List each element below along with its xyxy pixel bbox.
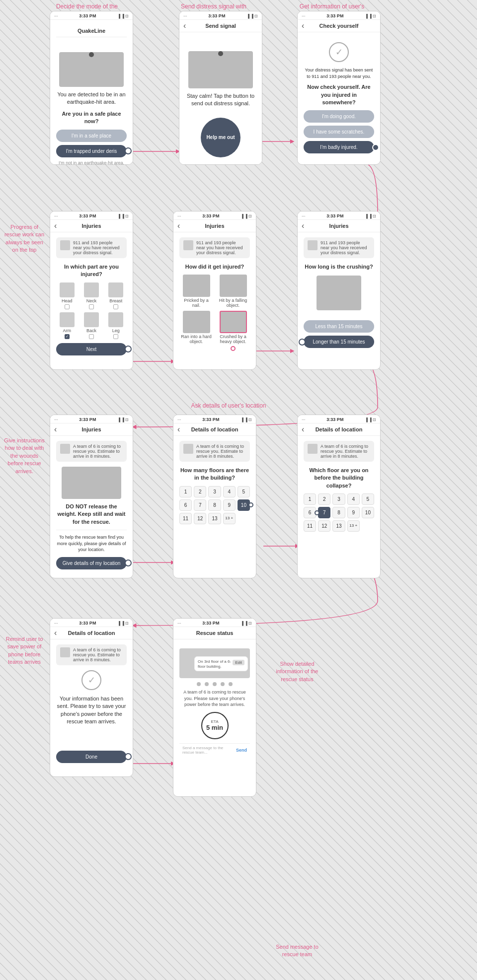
p9-num-8[interactable]: 8 xyxy=(332,507,345,518)
phone-6: ··· 3:33 PM ▐ ▐ ⊡ ‹ Injuries 911 and 193… xyxy=(297,211,381,370)
head-checkbox[interactable] xyxy=(65,304,70,309)
p10-time: 3:33 PM xyxy=(79,621,96,626)
arm-checkbox[interactable]: ✓ xyxy=(65,334,70,339)
p6-longer-btn[interactable]: Longer than 15 minutes xyxy=(304,336,374,348)
injury-hard[interactable]: Ran into a hard object. xyxy=(179,311,213,351)
p8-num-7[interactable]: 7 xyxy=(194,499,206,511)
p9-num-11[interactable]: 11 xyxy=(304,520,316,532)
injury-crushing[interactable]: Crushed by a heavy object. xyxy=(216,311,250,351)
p8-num-13plus[interactable]: 13 + xyxy=(223,513,236,524)
injury-falling[interactable]: Hit by a falling object. xyxy=(216,275,250,308)
injury-nail[interactable]: Pricked by a nail. xyxy=(179,275,213,308)
p9-back-icon[interactable]: ‹ xyxy=(302,425,304,434)
p1-note: I'm not in an earthquake-hit area. xyxy=(56,160,127,165)
p8-num-9[interactable]: 9 xyxy=(223,499,236,511)
p9-num-1[interactable]: 1 xyxy=(304,493,316,505)
p11-send-btn[interactable]: Send xyxy=(236,748,247,753)
p4-back-icon[interactable]: ‹ xyxy=(54,221,57,230)
p1-safe-btn[interactable]: I'm in a safe place xyxy=(56,130,127,142)
p11-header: ··· 3:33 PM ▐ ▐ ⊡ xyxy=(173,619,256,627)
p1-time: 3:33 PM xyxy=(79,13,96,18)
p4-part-back[interactable]: Back xyxy=(80,312,102,339)
p9-num-7[interactable]: 7 xyxy=(318,507,330,518)
p9-selected-indicator xyxy=(315,510,319,515)
p8-title: Details of location xyxy=(191,426,238,432)
p10-done-btn[interactable]: Done xyxy=(56,751,127,763)
p8-num-13[interactable]: 13 xyxy=(208,513,221,524)
p6-less-btn[interactable]: Less than 15 minutes xyxy=(304,320,374,333)
p8-num-1[interactable]: 1 xyxy=(179,486,192,497)
p3-scratches-btn[interactable]: I have some scratches. xyxy=(304,126,374,138)
p9-num-13plus[interactable]: 13 + xyxy=(347,520,360,532)
p11-edit-btn[interactable]: Edit xyxy=(233,660,244,665)
p7-body: A team of 6 is coming to rescue you. Est… xyxy=(50,436,133,577)
phone-3: ··· 3:33 PM ▐ ▐ ⊡ ‹ Check yourself ✓ You… xyxy=(297,11,381,165)
p4-next-btn[interactable]: Next xyxy=(56,343,127,355)
neck-checkbox[interactable] xyxy=(89,304,94,309)
p7-title: Injuries xyxy=(81,426,101,432)
p2-back-icon[interactable]: ‹ xyxy=(183,21,186,30)
p9-num-9[interactable]: 9 xyxy=(347,507,360,518)
p9-num-4[interactable]: 4 xyxy=(347,493,360,505)
p11-send-placeholder: Send a message to the rescue team... xyxy=(182,746,234,755)
p4-part-neck[interactable]: Neck xyxy=(80,282,102,309)
p1-btn-indicator xyxy=(125,147,132,154)
p8-num-11[interactable]: 11 xyxy=(179,513,192,524)
p9-num-5[interactable]: 5 xyxy=(362,493,374,505)
p5-body: 911 and 193 people near you have receive… xyxy=(173,232,256,360)
p8-num-6[interactable]: 6 xyxy=(179,499,192,511)
phone-4: ··· 3:33 PM ▐ ▐ ⊡ ‹ Injuries 911 and 193… xyxy=(50,211,133,370)
breast-checkbox[interactable] xyxy=(113,304,118,309)
p4-notif-icon xyxy=(60,240,70,250)
p3-title: Check yourself xyxy=(319,23,359,29)
p7-give-btn[interactable]: Give details of my location xyxy=(56,557,127,569)
p3-check-icon: ✓ xyxy=(329,42,349,62)
p9-num-10[interactable]: 10 xyxy=(362,507,374,518)
p8-num-3[interactable]: 3 xyxy=(208,486,221,497)
p9-num-2[interactable]: 2 xyxy=(318,493,330,505)
p8-notif: A team of 6 is coming to rescue you. Est… xyxy=(179,441,250,462)
falling-img xyxy=(220,275,247,297)
p8-num-2[interactable]: 2 xyxy=(194,486,206,497)
p8-back-icon[interactable]: ‹ xyxy=(177,425,180,434)
p8-num-5[interactable]: 5 xyxy=(238,486,250,497)
leg-checkbox[interactable] xyxy=(113,334,118,339)
p5-nav: ‹ Injuries xyxy=(173,220,256,232)
p4-body-grid: Head Neck Breast Arm ✓ Back xyxy=(56,282,127,339)
p7-back-icon[interactable]: ‹ xyxy=(54,425,57,434)
p8-num-10[interactable]: 10 xyxy=(238,499,250,511)
p3-back-icon[interactable]: ‹ xyxy=(302,21,304,30)
p6-time: 3:33 PM xyxy=(326,213,343,218)
phone-7: ··· 3:33 PM ▐ ▐ ⊡ ‹ Injuries A team of 6… xyxy=(50,415,133,578)
p1-trapped-btn[interactable]: I'm trapped under deris xyxy=(56,145,127,157)
p4-part-arm[interactable]: Arm ✓ xyxy=(56,312,78,339)
p3-good-btn[interactable]: I'm doing good. xyxy=(304,110,374,123)
p5-header: ··· 3:33 PM ▐ ▐ ⊡ xyxy=(173,211,256,220)
p10-back-icon[interactable]: ‹ xyxy=(54,629,57,637)
arm-icon xyxy=(60,312,75,327)
p1-map-img xyxy=(59,52,124,87)
p6-back-icon[interactable]: ‹ xyxy=(302,221,304,230)
p8-num-4[interactable]: 4 xyxy=(223,486,236,497)
p4-part-breast[interactable]: Breast xyxy=(105,282,127,309)
p4-part-leg[interactable]: Leg xyxy=(105,312,127,339)
heading-row2-mid: Ask details of user's location xyxy=(179,402,278,409)
p4-part-head[interactable]: Head xyxy=(56,282,78,309)
p10-title: Details of location xyxy=(68,630,115,636)
p8-num-12[interactable]: 12 xyxy=(194,513,206,524)
p8-num-8[interactable]: 8 xyxy=(208,499,221,511)
p8-notif-icon xyxy=(183,444,193,454)
p1-status: ··· xyxy=(54,13,58,18)
neck-icon xyxy=(84,282,99,297)
p11-map: On 3rd floor of a 6-floor building. Edit xyxy=(179,648,250,678)
p3-injured-btn[interactable]: I'm badly injured. xyxy=(304,141,374,153)
p9-num-13[interactable]: 13 xyxy=(332,520,345,532)
p9-num-3[interactable]: 3 xyxy=(332,493,345,505)
p2-help-btn[interactable]: Help me out xyxy=(201,118,240,157)
p9-num-12[interactable]: 12 xyxy=(318,520,330,532)
p5-back-icon[interactable]: ‹ xyxy=(177,221,180,230)
back-checkbox[interactable] xyxy=(89,334,94,339)
p6-nav: ‹ Injuries xyxy=(298,220,380,232)
p11-eta-label: ETA xyxy=(211,719,219,724)
p10-check-icon: ✓ xyxy=(81,670,101,690)
